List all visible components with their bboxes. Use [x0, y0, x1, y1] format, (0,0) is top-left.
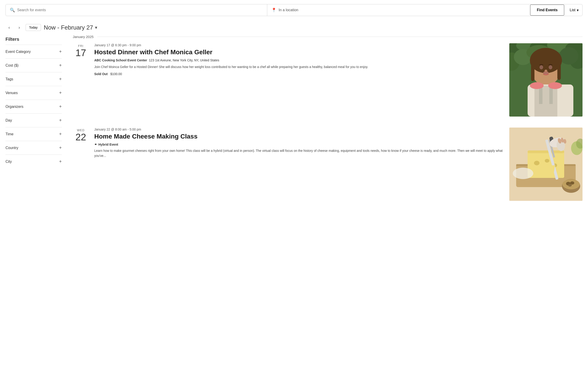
- filter-country-plus-icon: +: [59, 145, 62, 150]
- event-1-status: Sold Out: [94, 72, 108, 76]
- filter-city-plus-icon: +: [59, 159, 62, 164]
- filter-tags-label: Tags: [6, 77, 13, 81]
- filter-cost[interactable]: Cost ($) +: [6, 58, 62, 72]
- filter-day-label: Day: [6, 118, 12, 122]
- filter-event-category[interactable]: Event Category +: [6, 45, 62, 58]
- filter-city-label: City: [6, 160, 12, 164]
- month-divider: [97, 37, 582, 37]
- list-label: List: [570, 8, 575, 12]
- filter-time[interactable]: Time +: [6, 127, 62, 141]
- filter-event-category-label: Event Category: [6, 50, 31, 54]
- event-1-title[interactable]: Hosted Dinner with Chef Monica Geller: [94, 48, 504, 56]
- event-row-2: WED 22 January 22 @ 8:00 am - 5:00 pm Ho…: [73, 127, 582, 201]
- list-chevron-icon: ▾: [577, 8, 579, 12]
- event-1-day-name: FRI: [73, 44, 89, 48]
- event-1-date: FRI 17: [73, 43, 89, 58]
- search-icon: 🔍: [10, 7, 15, 13]
- filter-tags[interactable]: Tags +: [6, 72, 62, 86]
- event-row-1: FRI 17 January 17 @ 6:30 pm - 9:00 pm Ho…: [73, 43, 582, 117]
- filter-organizers-plus-icon: +: [59, 104, 62, 109]
- location-section[interactable]: 📍 In a location: [267, 4, 528, 16]
- event-2-title[interactable]: Home Made Cheese Making Class: [94, 133, 504, 140]
- month-header: January 2025: [73, 33, 582, 39]
- filter-time-plus-icon: +: [59, 131, 62, 137]
- svg-point-23: [548, 82, 562, 89]
- svg-marker-46: [539, 165, 555, 172]
- event-2-details: January 22 @ 8:00 am - 5:00 pm Home Made…: [94, 127, 504, 161]
- event-2-hybrid-badge: ⚭ Hybrid Event: [94, 143, 504, 146]
- search-bar: 🔍 📍 In a location Find Events List ▾: [6, 4, 582, 16]
- filter-venues-plus-icon: +: [59, 90, 62, 96]
- filter-tags-plus-icon: +: [59, 77, 62, 82]
- event-1-day-num: 17: [73, 48, 89, 58]
- location-pin-icon: 📍: [271, 7, 276, 13]
- filter-day-plus-icon: +: [59, 118, 62, 123]
- svg-point-49: [513, 168, 533, 179]
- event-2-time: January 22 @ 8:00 am - 5:00 pm: [94, 127, 504, 131]
- filter-city[interactable]: City +: [6, 154, 62, 168]
- list-view-button[interactable]: List ▾: [566, 5, 582, 16]
- svg-point-45: [568, 184, 572, 187]
- next-date-button[interactable]: ›: [16, 24, 23, 31]
- event-2-image: [509, 127, 582, 201]
- filter-cost-plus-icon: +: [59, 63, 62, 68]
- event-1-venue-name: ABC Cooking School Event Center: [94, 58, 147, 62]
- event-2-day-name: WED: [73, 128, 89, 132]
- svg-point-24: [545, 70, 547, 72]
- date-range-text: Now - February 27: [44, 24, 93, 31]
- filter-organizers[interactable]: Organizers +: [6, 100, 62, 113]
- filters-title: Filters: [6, 33, 62, 45]
- search-section: 🔍: [6, 4, 267, 16]
- filter-venues-label: Venues: [6, 91, 18, 95]
- filter-country[interactable]: Country +: [6, 141, 62, 154]
- date-navigation: ‹ › Today Now - February 27 ▾: [0, 20, 588, 33]
- svg-point-22: [530, 82, 544, 89]
- event-2-day-num: 22: [73, 132, 89, 142]
- filter-time-label: Time: [6, 132, 14, 136]
- svg-point-30: [534, 161, 540, 165]
- svg-point-9: [559, 47, 578, 64]
- date-range-selector[interactable]: Now - February 27 ▾: [44, 24, 97, 31]
- prev-date-button[interactable]: ‹: [6, 24, 13, 31]
- main-layout: Filters Event Category + Cost ($) + Tags…: [0, 33, 588, 212]
- today-button[interactable]: Today: [26, 24, 41, 31]
- event-1-details: January 17 @ 6:30 pm - 9:00 pm Hosted Di…: [94, 43, 504, 76]
- svg-rect-19: [534, 86, 557, 117]
- date-range-chevron-icon: ▾: [95, 25, 97, 30]
- location-placeholder-text: In a location: [279, 8, 298, 12]
- event-1-image: [509, 43, 582, 117]
- svg-point-16: [549, 65, 552, 69]
- find-events-button[interactable]: Find Events: [530, 5, 564, 16]
- event-1-time: January 17 @ 6:30 pm - 9:00 pm: [94, 43, 504, 47]
- event-2-description: Learn how to make gourmet cheeses right …: [94, 148, 504, 158]
- svg-point-31: [545, 159, 549, 162]
- hybrid-icon: ⚭: [94, 143, 97, 146]
- svg-point-15: [540, 65, 543, 69]
- event-1-price: $100.00: [110, 72, 122, 76]
- svg-rect-14: [557, 60, 561, 80]
- events-content: January 2025 FRI 17 January 17 @ 6:30 pm…: [67, 33, 582, 212]
- svg-rect-13: [531, 60, 534, 81]
- search-input[interactable]: [17, 8, 263, 12]
- hybrid-label: Hybrid Event: [98, 143, 118, 146]
- filter-event-category-plus-icon: +: [59, 49, 62, 54]
- svg-point-12: [530, 48, 562, 73]
- filter-venues[interactable]: Venues +: [6, 86, 62, 100]
- filter-organizers-label: Organizers: [6, 105, 23, 109]
- filter-cost-label: Cost ($): [6, 63, 19, 68]
- filter-country-label: Country: [6, 146, 18, 150]
- month-label: January 2025: [73, 35, 94, 39]
- event-1-venue: ABC Cooking School Event Center 123 1st …: [94, 58, 504, 62]
- svg-rect-29: [528, 150, 564, 153]
- event-1-meta: Sold Out $100.00: [94, 72, 504, 76]
- sidebar: Filters Event Category + Cost ($) + Tags…: [6, 33, 67, 212]
- event-2-date: WED 22: [73, 127, 89, 142]
- event-1-description: Join Chef Moinca Geller for a Hosted Din…: [94, 64, 504, 69]
- filter-day[interactable]: Day +: [6, 113, 62, 127]
